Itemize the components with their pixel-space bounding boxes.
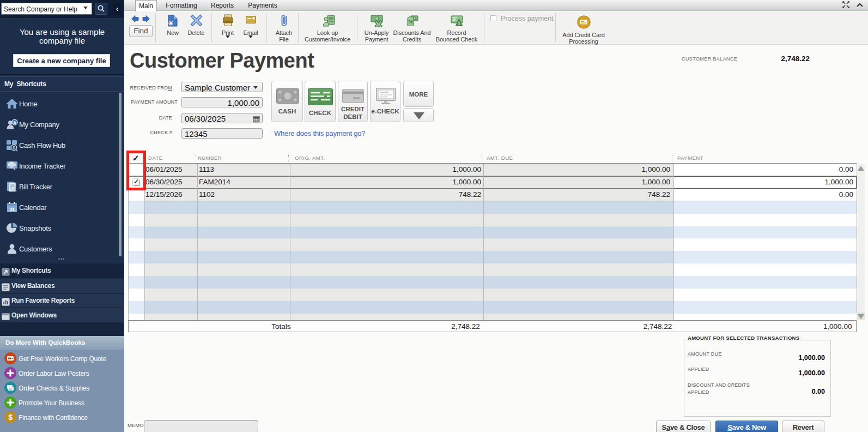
svg-text:31: 31 <box>9 207 15 212</box>
svg-text:%: % <box>408 19 412 25</box>
svg-text:b: b <box>14 120 16 125</box>
svg-text:$: $ <box>8 413 13 422</box>
svg-text:!: ! <box>458 21 460 26</box>
svg-text:$: $ <box>13 145 15 151</box>
